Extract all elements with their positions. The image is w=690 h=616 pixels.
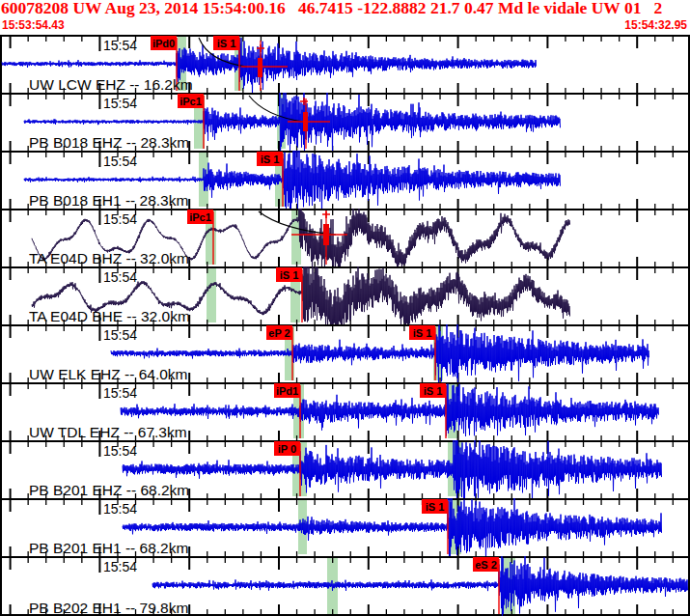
- seismogram-picker-window: 60078208 UW Aug 23, 2014 15:54:00.16 46.…: [0, 0, 690, 616]
- panel-left-border: [0, 209, 2, 266]
- station-label: PB B201 EH1 -- 68.2km: [29, 540, 188, 556]
- pick-flag-label: iS 1: [261, 154, 280, 165]
- trace-plot-pb-b018-eh1: iS 115:54PB B018 EH1 -- 28.3km: [0, 151, 690, 209]
- panel-top-border: [0, 556, 690, 558]
- trace-panel-pb-b018-ehz[interactable]: iPc115:54PB B018 EHZ -- 28.3km: [0, 93, 690, 151]
- station-label: PB B018 EH1 -- 28.3km: [29, 192, 188, 209]
- minute-label: 15:54: [103, 443, 137, 459]
- phase-window-band: [207, 268, 216, 322]
- pick-flag-label: iPd1: [276, 385, 298, 397]
- station-label: PB B202 EH1 -- 79.8km: [29, 600, 188, 616]
- waveform-uw-tdl-ehz: [121, 384, 659, 436]
- minute-label: 15:54: [103, 327, 137, 343]
- panel-left-border: [0, 440, 2, 498]
- station-label: PB B201 EHZ -- 68.2km: [29, 482, 189, 498]
- panel-left-border: [0, 556, 2, 616]
- trace-plot-pb-b018-ehz: iPc115:54PB B018 EHZ -- 28.3km: [0, 93, 690, 151]
- panel-top-border: [0, 151, 690, 153]
- waveform-uw-elk-ehz: [111, 324, 649, 382]
- trace-panel-uw-lcw-ehz[interactable]: iPd0iS 115:54UW LCW EHZ -- 16.2km: [0, 35, 690, 93]
- minute-label: 15:54: [103, 269, 137, 285]
- station-label: UW TDL EHZ -- 67.3km: [29, 424, 187, 440]
- event-summary-text: 60078208 UW Aug 23, 2014 15:54:00.16 46.…: [1, 0, 662, 18]
- trace-plot-pb-b202-eh1: eS 215:54PB B202 EH1 -- 79.8km: [0, 556, 690, 616]
- station-label: TA E04D BHZ -- 32.0km: [29, 250, 189, 266]
- trace-panel-pb-b202-eh1[interactable]: eS 215:54PB B202 EH1 -- 79.8km: [0, 556, 690, 616]
- trace-plot-uw-tdl-ehz: iPd1iS 115:54UW TDL EHZ -- 67.3km: [0, 382, 690, 440]
- trace-plot-ta-e04d-bhe: iS 115:54TA E04D BHE -- 32.0km: [0, 266, 690, 324]
- trace-area[interactable]: iPd0iS 115:54UW LCW EHZ -- 16.2kmiPc115:…: [0, 35, 690, 616]
- trace-plot-uw-elk-ehz: eP 2iS 115:54UW ELK EHZ -- 64.0km: [0, 324, 690, 382]
- panel-left-border: [0, 35, 2, 93]
- panel-top-border: [0, 35, 690, 37]
- panel-left-border: [0, 324, 2, 382]
- panel-left-border: [0, 151, 2, 209]
- window-end-time: 15:54:32.95: [624, 18, 687, 32]
- pick-flag-label: iPc1: [179, 96, 202, 107]
- pick-flag-label: eS 2: [475, 559, 497, 571]
- window-start-time: 15:53:54.43: [2, 18, 65, 32]
- trace-plot-pb-b201-eh1: iS 115:54PB B201 EH1 -- 68.2km: [0, 498, 690, 556]
- minute-label: 15:54: [103, 501, 137, 517]
- panel-left-border: [0, 382, 2, 440]
- pick-flag-label: iS 1: [217, 38, 236, 49]
- panel-top-border: [0, 382, 690, 384]
- panel-left-border: [0, 93, 2, 151]
- panel-top-border: [0, 498, 690, 500]
- trace-panel-uw-tdl-ehz[interactable]: iPd1iS 115:54UW TDL EHZ -- 67.3km: [0, 382, 690, 440]
- amplitude-bar: [258, 58, 262, 77]
- pick-flag-label: iS 1: [424, 385, 443, 397]
- trace-plot-ta-e04d-bhz: iPc115:54TA E04D BHZ -- 32.0km: [0, 209, 690, 266]
- minute-label: 15:54: [103, 154, 137, 169]
- pick-flag-label: eP 2: [268, 327, 290, 339]
- panel-top-border: [0, 324, 690, 326]
- panel-top-border: [0, 440, 690, 442]
- pick-flag-label: iPc1: [189, 211, 211, 223]
- minute-label: 15:54: [103, 211, 137, 227]
- minute-label: 15:54: [103, 96, 137, 111]
- station-label: UW LCW EHZ -- 16.2km: [29, 76, 193, 93]
- pick-flag-label: iS 1: [280, 269, 299, 281]
- pick-flag-label: iS 1: [413, 327, 432, 339]
- minute-label: 15:54: [103, 385, 137, 401]
- trace-panel-ta-e04d-bhe[interactable]: iS 115:54TA E04D BHE -- 32.0km: [0, 266, 690, 324]
- trace-panel-uw-elk-ehz[interactable]: eP 2iS 115:54UW ELK EHZ -- 64.0km: [0, 324, 690, 382]
- panel-top-border: [0, 93, 690, 95]
- panel-top-border: [0, 209, 690, 210]
- pick-flag-label: iPd0: [152, 38, 175, 49]
- trace-panel-pb-b018-eh1[interactable]: iS 115:54PB B018 EH1 -- 28.3km: [0, 151, 690, 209]
- pick-flag-label: iP 0: [278, 443, 296, 455]
- pick-flag-label: iS 1: [426, 501, 445, 513]
- panel-left-border: [0, 266, 2, 324]
- trace-panel-pb-b201-eh1[interactable]: iS 115:54PB B201 EH1 -- 68.2km: [0, 498, 690, 556]
- trace-plot-pb-b201-ehz: iP 015:54PB B201 EHZ -- 68.2km: [0, 440, 690, 498]
- waveform-pb-b201-ehz: [123, 440, 662, 498]
- panel-left-border: [0, 498, 2, 556]
- trace-plot-uw-lcw-ehz: iPd0iS 115:54UW LCW EHZ -- 16.2km: [0, 35, 690, 93]
- station-label: PB B018 EHZ -- 28.3km: [29, 134, 189, 151]
- station-label: UW ELK EHZ -- 64.0km: [29, 366, 188, 382]
- minute-label: 15:54: [103, 38, 137, 53]
- minute-label: 15:54: [103, 559, 137, 574]
- waveform-pb-b201-eh1: [123, 498, 662, 556]
- station-label: TA E04D BHE -- 32.0km: [29, 308, 190, 324]
- trace-panel-ta-e04d-bhz[interactable]: iPc115:54TA E04D BHZ -- 32.0km: [0, 209, 690, 266]
- event-header: 60078208 UW Aug 23, 2014 15:54:00.16 46.…: [0, 0, 690, 35]
- waveform-pb-b202-eh1: [152, 556, 688, 616]
- trace-panel-pb-b201-ehz[interactable]: iP 015:54PB B201 EHZ -- 68.2km: [0, 440, 690, 498]
- panel-top-border: [0, 266, 690, 268]
